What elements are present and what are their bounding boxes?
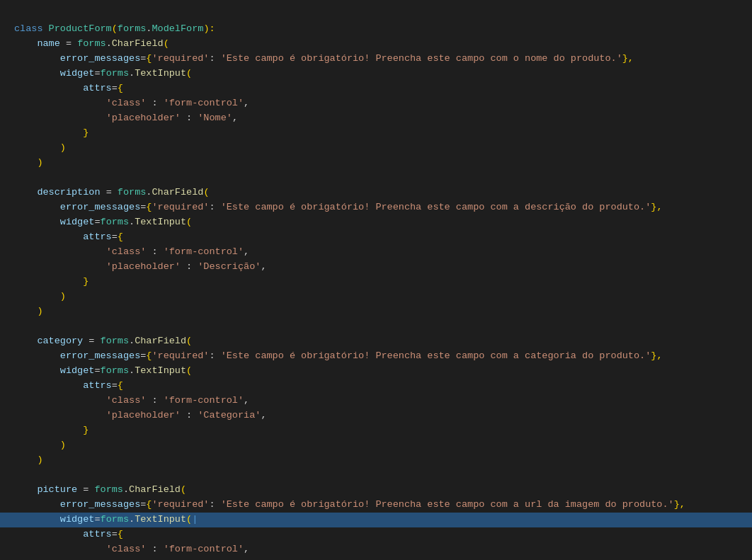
token: error_messages	[60, 350, 140, 361]
token	[14, 291, 60, 302]
token	[14, 365, 60, 376]
token: .	[129, 336, 135, 346]
code-line: )	[0, 304, 752, 319]
token: CharField	[112, 38, 164, 49]
line-content	[14, 171, 20, 185]
token: =	[94, 68, 100, 79]
line-content: 'placeholder' : 'Categoria',	[14, 408, 267, 423]
token: attrs	[83, 83, 112, 93]
code-line: 'class' : 'form-control',	[0, 96, 752, 111]
token: attrs	[83, 232, 112, 242]
token: 'Este campo é obrigatório! Preencha este…	[221, 350, 651, 361]
code-line: 'placeholder' : 'Descrição',	[0, 260, 752, 275]
line-content: 'class' : 'form-control',	[14, 542, 249, 557]
token: TextInput	[135, 365, 186, 376]
token: class	[14, 23, 49, 34]
token	[14, 499, 60, 510]
token: )	[37, 157, 42, 168]
token: forms	[101, 514, 130, 525]
line-content: 'class' : 'form-control',	[14, 394, 249, 408]
token: error_messages	[60, 53, 140, 64]
token: error_messages	[60, 499, 140, 510]
token: (	[186, 217, 192, 227]
token: =	[112, 529, 118, 539]
line-content: description = forms.CharField(	[14, 185, 210, 200]
line-content: 'class' : 'form-control',	[14, 96, 249, 111]
token: 'class'	[106, 395, 147, 406]
code-line	[0, 171, 752, 185]
token	[14, 202, 60, 212]
token: :	[209, 499, 220, 510]
code-line: widget=forms.TextInput(|	[0, 513, 752, 527]
token: description	[37, 187, 100, 198]
token: 'class'	[106, 98, 147, 108]
line-content: )	[14, 141, 66, 156]
code-line: }	[0, 126, 752, 141]
token: :	[181, 410, 198, 421]
token: 'Este campo é obrigatório! Preencha este…	[221, 202, 651, 212]
token	[14, 306, 37, 316]
line-content: attrs={	[14, 81, 123, 96]
token: 'required'	[152, 499, 209, 510]
token: {	[118, 529, 123, 539]
token	[14, 127, 83, 138]
line-content: picture = forms.CharField(	[14, 483, 186, 498]
token: ,	[244, 395, 249, 406]
token	[14, 246, 106, 257]
token: ModelForm	[152, 23, 203, 34]
code-line: widget=forms.TextInput(	[0, 215, 752, 230]
token: .	[129, 217, 135, 227]
line-content: error_messages={'required': 'Este campo …	[14, 200, 662, 215]
code-line: )	[0, 156, 752, 171]
token	[14, 68, 60, 79]
code-line: class ProductForm(forms.ModelForm):	[0, 22, 752, 37]
line-content: )	[14, 290, 66, 304]
token: forms	[101, 68, 130, 79]
token	[14, 113, 106, 123]
line-content: widget=forms.TextInput(|	[14, 513, 198, 527]
line-content: 'class' : 'form-control',	[14, 245, 249, 260]
token: {	[118, 83, 123, 93]
line-content: error_messages={'required': 'Este campo …	[14, 52, 634, 67]
line-content: )	[14, 156, 43, 171]
token: forms	[94, 484, 123, 495]
line-content: 'placeholder' : 'Url da foto',	[14, 557, 278, 560]
token: |	[192, 514, 198, 525]
line-content: error_messages={'required': 'Este campo …	[14, 349, 662, 364]
token: (	[186, 365, 192, 376]
token	[14, 514, 60, 525]
line-content	[14, 468, 20, 483]
token: :	[209, 202, 220, 212]
code-line	[0, 319, 752, 334]
code-line: error_messages={'required': 'Este campo …	[0, 349, 752, 364]
token: ,	[244, 246, 249, 257]
token: )	[37, 306, 42, 316]
line-content: widget=forms.TextInput(	[14, 364, 192, 379]
code-line: 'class' : 'form-control',	[0, 394, 752, 408]
token: =	[94, 514, 100, 525]
token	[14, 455, 37, 465]
code-line: attrs={	[0, 379, 752, 394]
token: (	[186, 336, 192, 346]
token: =	[101, 187, 118, 198]
token	[14, 38, 37, 49]
line-content: category = forms.CharField(	[14, 334, 192, 349]
token: {	[118, 380, 123, 391]
token: }	[83, 127, 89, 138]
line-content: widget=forms.TextInput(	[14, 67, 192, 81]
code-line: 'class' : 'form-control',	[0, 542, 752, 557]
token: :	[209, 350, 220, 361]
token: )	[60, 142, 66, 153]
token: (	[203, 187, 209, 198]
token: =	[77, 484, 94, 495]
token: 'Categoria'	[198, 410, 261, 421]
code-line: category = forms.CharField(	[0, 334, 752, 349]
line-content: }	[14, 126, 89, 141]
line-content: }	[14, 423, 89, 438]
token	[14, 395, 106, 406]
token	[14, 217, 60, 227]
token: forms	[101, 336, 130, 346]
code-line: 'placeholder' : 'Categoria',	[0, 408, 752, 423]
token: CharField	[135, 336, 186, 346]
line-content: }	[14, 275, 89, 290]
